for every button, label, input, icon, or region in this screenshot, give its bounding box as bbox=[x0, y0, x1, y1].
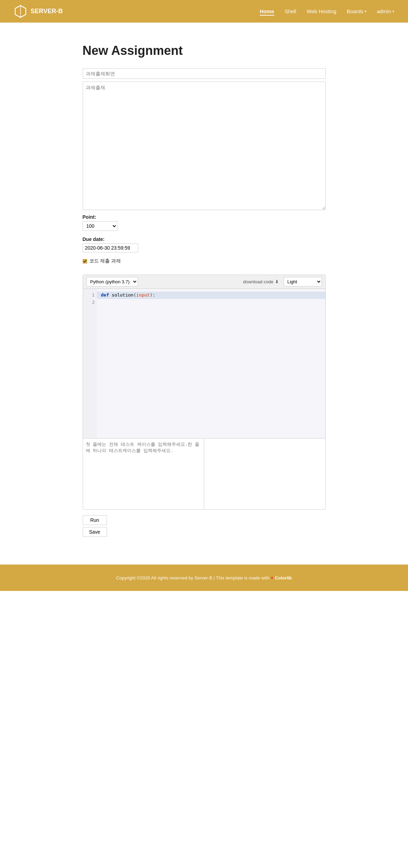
run-button[interactable]: Run bbox=[83, 515, 107, 525]
title-group bbox=[83, 68, 326, 79]
nav-item-home[interactable]: Home bbox=[260, 8, 274, 15]
button-row: Run Save bbox=[83, 515, 326, 537]
toolbar-right: download code ⬇ Light Dark bbox=[243, 277, 322, 286]
content-textarea[interactable] bbox=[83, 82, 326, 210]
language-select[interactable]: Python (python 3.7) Java C++ C bbox=[86, 277, 138, 286]
nav-dropdown-boards[interactable]: Boards ▾ bbox=[347, 8, 367, 14]
param-input: input bbox=[136, 292, 150, 298]
nav-link-shell[interactable]: Shell bbox=[285, 8, 296, 14]
main-content: New Assignment Point: 100 90 80 Due date… bbox=[76, 23, 333, 565]
download-label: download code bbox=[243, 279, 273, 284]
chevron-down-icon-admin: ▾ bbox=[392, 9, 394, 13]
line-number-2: 2 bbox=[86, 299, 95, 306]
code-editor-content[interactable]: def solution(input): bbox=[97, 289, 325, 438]
nav-links: Home Shell Web Hosting Boards ▾ admin ▾ bbox=[260, 8, 394, 15]
download-code-button[interactable]: download code ⬇ bbox=[243, 279, 278, 284]
logo-text: SERVER-B bbox=[31, 8, 63, 15]
fn-name: solution bbox=[112, 292, 134, 298]
content-group bbox=[83, 82, 326, 211]
input-textarea[interactable] bbox=[83, 439, 204, 508]
navbar: SERVER-B Home Shell Web Hosting Boards ▾… bbox=[0, 0, 408, 23]
chevron-down-icon: ▾ bbox=[365, 9, 366, 13]
title-input[interactable] bbox=[83, 68, 326, 79]
heart-icon: ♥ bbox=[270, 575, 275, 581]
footer-copyright: Copyright ©2020 All rights reserved by S… bbox=[116, 575, 269, 581]
logo-icon bbox=[14, 5, 27, 18]
page-title: New Assignment bbox=[83, 43, 326, 58]
theme-select[interactable]: Light Dark bbox=[284, 277, 322, 286]
code-body: 1 2 def solution(input): bbox=[83, 289, 325, 438]
point-row: Point: 100 90 80 bbox=[83, 214, 326, 231]
point-select[interactable]: 100 90 80 bbox=[83, 221, 117, 231]
nav-item-webhosting[interactable]: Web Hosting bbox=[307, 8, 336, 15]
code-submit-checkbox[interactable] bbox=[83, 259, 87, 264]
input-panel bbox=[83, 439, 205, 509]
footer-colorlib: Colorlib bbox=[275, 575, 292, 581]
nav-item-admin[interactable]: admin ▾ bbox=[377, 8, 394, 14]
io-panels bbox=[83, 438, 325, 509]
keyword-def: def bbox=[101, 292, 112, 298]
nav-link-webhosting[interactable]: Web Hosting bbox=[307, 8, 336, 14]
nav-link-home[interactable]: Home bbox=[260, 8, 274, 16]
checkbox-label: 코드 제출 과제 bbox=[89, 258, 121, 264]
due-date-row: Due date: bbox=[83, 236, 326, 252]
footer: Copyright ©2020 All rights reserved by S… bbox=[0, 565, 408, 591]
code-line-1: def solution(input): bbox=[97, 292, 325, 299]
download-icon: ⬇ bbox=[275, 279, 279, 284]
due-date-input[interactable] bbox=[83, 243, 138, 252]
line-number-1: 1 bbox=[86, 292, 95, 299]
nav-link-boards: Boards bbox=[347, 8, 364, 14]
nav-item-boards[interactable]: Boards ▾ bbox=[347, 8, 367, 14]
output-textarea[interactable] bbox=[204, 439, 325, 508]
checkbox-row: 코드 제출 과제 bbox=[83, 258, 326, 264]
output-panel bbox=[204, 439, 325, 509]
code-section: Python (python 3.7) Java C++ C download … bbox=[83, 275, 326, 510]
code-toolbar: Python (python 3.7) Java C++ C download … bbox=[83, 275, 325, 289]
save-button[interactable]: Save bbox=[83, 527, 107, 537]
point-label: Point: bbox=[83, 214, 326, 220]
line-numbers: 1 2 bbox=[83, 289, 97, 438]
nav-item-shell[interactable]: Shell bbox=[285, 8, 296, 15]
nav-logo[interactable]: SERVER-B bbox=[14, 5, 63, 18]
nav-dropdown-admin[interactable]: admin ▾ bbox=[377, 8, 394, 14]
footer-text: Copyright ©2020 All rights reserved by S… bbox=[7, 575, 401, 581]
due-date-label: Due date: bbox=[83, 236, 326, 242]
nav-link-admin: admin bbox=[377, 8, 391, 14]
